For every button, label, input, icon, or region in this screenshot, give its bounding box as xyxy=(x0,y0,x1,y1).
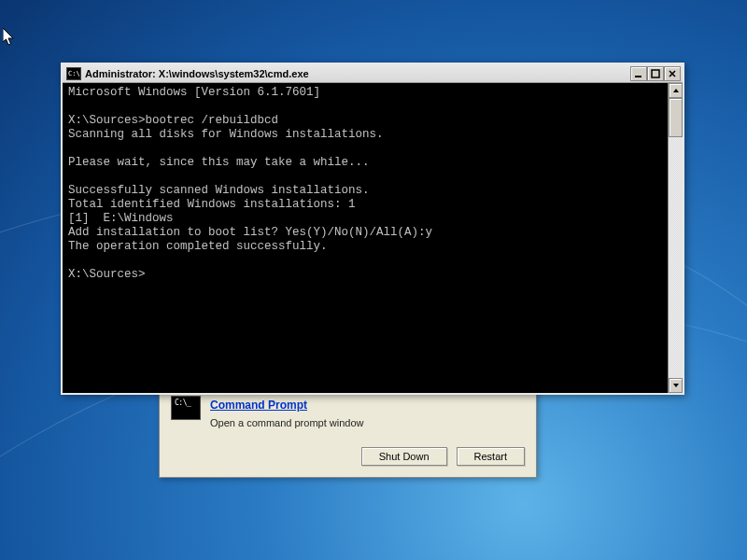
shutdown-button[interactable]: Shut Down xyxy=(361,447,447,466)
window-title: Administrator: X:\windows\system32\cmd.e… xyxy=(85,68,627,79)
scroll-down-button[interactable] xyxy=(669,378,683,393)
svg-rect-1 xyxy=(652,70,659,77)
terminal-output[interactable]: Microsoft Windows [Version 6.1.7601] X:\… xyxy=(63,83,668,393)
minimize-button[interactable] xyxy=(630,66,647,81)
arrow-up-icon xyxy=(672,87,680,94)
minimize-icon xyxy=(634,69,643,78)
recovery-options-panel: C:\_ Command Prompt Open a command promp… xyxy=(159,387,537,478)
close-button[interactable] xyxy=(664,66,681,81)
arrow-down-icon xyxy=(672,382,680,389)
scrollbar-track[interactable] xyxy=(669,98,683,378)
command-prompt-link[interactable]: Command Prompt xyxy=(210,399,307,412)
command-prompt-description: Open a command prompt window xyxy=(210,417,363,428)
restart-button[interactable]: Restart xyxy=(457,447,525,466)
svg-rect-0 xyxy=(635,76,641,77)
window-buttons xyxy=(630,66,681,81)
command-prompt-window: C:\ Administrator: X:\windows\system32\c… xyxy=(61,63,684,395)
cmd-body: Microsoft Windows [Version 6.1.7601] X:\… xyxy=(63,83,683,393)
scroll-up-button[interactable] xyxy=(669,83,683,98)
command-prompt-icon: C:\_ xyxy=(171,396,201,420)
scrollbar-thumb[interactable] xyxy=(669,98,683,137)
recovery-option-row: C:\_ Command Prompt Open a command promp… xyxy=(171,394,525,440)
mouse-cursor xyxy=(3,28,16,47)
recovery-button-row: Shut Down Restart xyxy=(171,447,525,466)
close-icon xyxy=(668,69,677,78)
window-icon: C:\ xyxy=(66,67,81,80)
vertical-scrollbar[interactable] xyxy=(668,83,683,393)
titlebar[interactable]: C:\ Administrator: X:\windows\system32\c… xyxy=(63,64,683,83)
maximize-button[interactable] xyxy=(647,66,664,81)
maximize-icon xyxy=(651,69,660,78)
